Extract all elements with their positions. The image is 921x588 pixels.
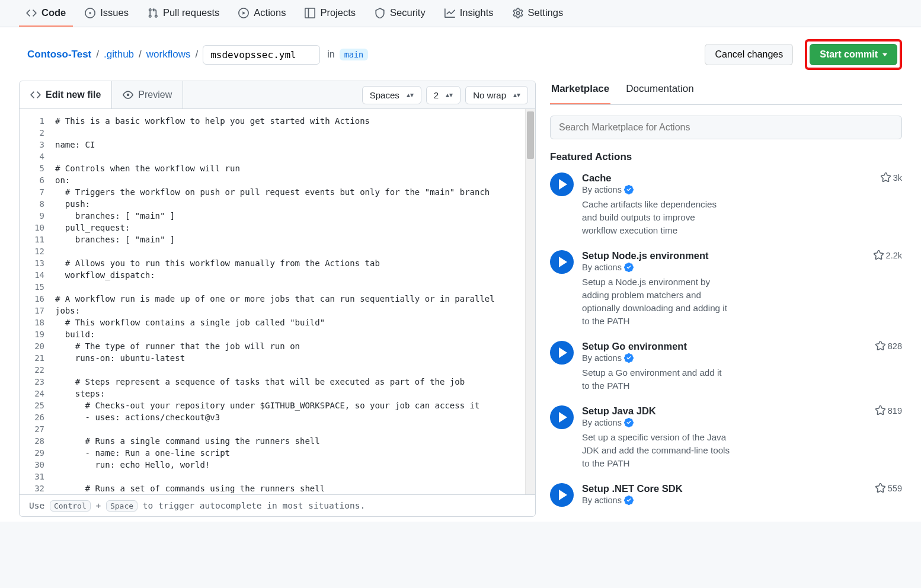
editor-scrollbar[interactable] (525, 109, 535, 494)
tab-marketplace[interactable]: Marketplace (550, 83, 610, 104)
tab-insights[interactable]: Insights (437, 0, 501, 27)
code-line[interactable]: # Triggers the workflow on push or pull … (55, 186, 535, 198)
caret-down-icon (882, 53, 887, 56)
code-line[interactable]: # Steps represent a sequence of tasks th… (55, 376, 535, 388)
action-item[interactable]: Setup Java JDK819By actions Set up a spe… (550, 405, 902, 470)
action-body: Setup .NET Core SDK559By actions (582, 483, 902, 509)
code-line[interactable]: build: (55, 328, 535, 340)
editor-toolbar: Spaces ▴▾ 2 ▴▾ No wrap ▴▾ (355, 86, 535, 104)
indent-size-label: 2 (434, 90, 439, 100)
code-line[interactable] (55, 423, 535, 435)
highlight-frame: Start commit (805, 39, 902, 70)
tab-edit-file[interactable]: Edit new file (20, 81, 112, 108)
wrap-mode-label: No wrap (473, 90, 506, 100)
action-item[interactable]: Setup Go environment828By actions Setup … (550, 341, 902, 392)
tab-issues[interactable]: Issues (78, 0, 136, 27)
action-title: Setup Node.js environment (582, 250, 709, 261)
code-line[interactable]: steps: (55, 388, 535, 400)
indent-size-select[interactable]: 2 ▴▾ (426, 86, 461, 104)
wrap-mode-select[interactable]: No wrap ▴▾ (465, 86, 528, 104)
play-badge-icon (550, 341, 574, 365)
breadcrumb-dir1[interactable]: .github (104, 49, 134, 60)
code-editor[interactable]: 1234567891011121314151617181920212223242… (20, 109, 535, 494)
scroll-thumb[interactable] (527, 111, 534, 159)
shield-icon (375, 8, 385, 18)
tab-pulls[interactable]: Pull requests (140, 0, 226, 27)
indent-mode-select[interactable]: Spaces ▴▾ (362, 86, 421, 104)
tab-preview-label: Preview (138, 90, 172, 100)
action-item[interactable]: Cache3kBy actions Cache artifacts like d… (550, 172, 902, 237)
star-count: 819 (875, 405, 902, 416)
code-line[interactable]: # Controls when the workflow will run (55, 162, 535, 174)
action-body: Cache3kBy actions Cache artifacts like d… (582, 172, 902, 237)
code-line[interactable]: name: CI (55, 139, 535, 151)
breadcrumb-sep: / (139, 49, 142, 60)
code-icon (30, 90, 41, 100)
code-line[interactable]: # A workflow run is made up of one or mo… (55, 293, 535, 305)
tab-settings[interactable]: Settings (506, 0, 571, 27)
line-number: 10 (20, 222, 44, 234)
line-number: 13 (20, 257, 44, 269)
star-count: 3k (881, 172, 902, 183)
editor-tabs: Edit new file Preview Spaces ▴▾ 2 ▴▾ (20, 81, 535, 109)
code-line[interactable]: jobs: (55, 305, 535, 317)
line-number: 17 (20, 305, 44, 317)
code-line[interactable]: # Runs a set of commands using the runne… (55, 482, 535, 494)
action-item[interactable]: Setup .NET Core SDK559By actions (550, 483, 902, 509)
line-number: 4 (20, 151, 44, 162)
tab-pulls-label: Pull requests (163, 7, 219, 18)
code-line[interactable] (55, 281, 535, 293)
code-line[interactable]: branches: [ "main" ] (55, 210, 535, 222)
breadcrumb-sep: / (195, 49, 198, 60)
code-line[interactable] (55, 245, 535, 257)
tab-edit-label: Edit new file (46, 90, 101, 100)
line-number: 22 (20, 364, 44, 376)
code-icon (26, 8, 37, 18)
line-number: 18 (20, 317, 44, 328)
code-line[interactable]: # The type of runner that the job will r… (55, 340, 535, 352)
code-line[interactable] (55, 151, 535, 162)
line-number: 19 (20, 328, 44, 340)
code-line[interactable]: - name: Run a one-line script (55, 447, 535, 459)
tab-code[interactable]: Code (19, 0, 73, 27)
breadcrumb-dir2[interactable]: workflows (146, 49, 191, 60)
code-line[interactable]: pull_request: (55, 222, 535, 234)
code-line[interactable]: # Runs a single command using the runner… (55, 435, 535, 447)
code-line[interactable]: # Checks-out your repository under $GITH… (55, 400, 535, 411)
code-line[interactable] (55, 471, 535, 482)
tab-documentation[interactable]: Documentation (625, 83, 695, 104)
start-commit-button[interactable]: Start commit (810, 44, 897, 65)
action-title: Cache (582, 172, 612, 184)
code-line[interactable] (55, 127, 535, 139)
code-line[interactable]: on: (55, 174, 535, 186)
tab-preview[interactable]: Preview (112, 81, 183, 108)
star-icon (875, 341, 885, 351)
breadcrumb-repo[interactable]: Contoso-Test (27, 49, 91, 60)
code-lines[interactable]: # This is a basic workflow to help you g… (49, 109, 535, 494)
updown-icon: ▴▾ (513, 93, 520, 97)
action-author: By actions (582, 496, 902, 505)
code-line[interactable]: branches: [ "main" ] (55, 234, 535, 245)
code-line[interactable]: # Allows you to run this workflow manual… (55, 257, 535, 269)
sidebar-tabs: Marketplace Documentation (550, 83, 902, 105)
code-line[interactable]: runs-on: ubuntu-latest (55, 352, 535, 364)
tab-projects[interactable]: Projects (298, 0, 363, 27)
code-line[interactable]: run: echo Hello, world! (55, 459, 535, 471)
code-line[interactable]: - uses: actions/checkout@v3 (55, 411, 535, 423)
line-number: 5 (20, 162, 44, 174)
code-line[interactable]: # This workflow contains a single job ca… (55, 317, 535, 328)
cancel-button[interactable]: Cancel changes (705, 44, 793, 65)
code-line[interactable] (55, 364, 535, 376)
action-item[interactable]: Setup Node.js environment2.2kBy actions … (550, 250, 902, 328)
tab-security[interactable]: Security (367, 0, 433, 27)
line-number: 1 (20, 115, 44, 127)
filename-input[interactable] (203, 45, 320, 65)
branch-badge[interactable]: main (340, 49, 369, 60)
code-line[interactable]: # This is a basic workflow to help you g… (55, 115, 535, 127)
actions-row: Cancel changes Start commit (705, 39, 902, 70)
table-icon (305, 8, 315, 18)
marketplace-search-input[interactable] (550, 116, 902, 139)
tab-actions[interactable]: Actions (231, 0, 293, 27)
code-line[interactable]: workflow_dispatch: (55, 269, 535, 281)
code-line[interactable]: push: (55, 198, 535, 210)
